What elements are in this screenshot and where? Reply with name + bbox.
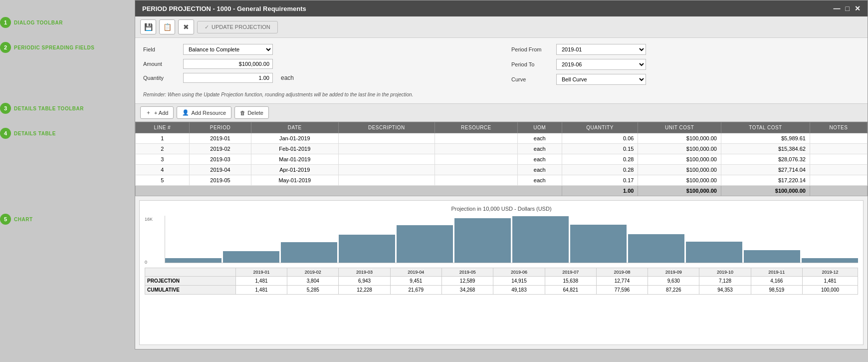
- periodic-grid: Field Balance to Complete Amount Quantit…: [143, 44, 860, 89]
- cell-quantity: 0.28: [562, 154, 638, 165]
- details-table-wrapper: LINE # PERIOD DATE DESCRIPTION RESOURCE …: [135, 122, 868, 196]
- add-resource-label: Add Resource: [191, 110, 226, 116]
- chart-cumulative-cell: 100,000: [802, 286, 858, 295]
- quantity-label: Quantity: [143, 75, 178, 81]
- chart-section: Projection in 10,000 USD - Dollars (USD)…: [139, 200, 864, 345]
- curve-select[interactable]: Bell Curve: [557, 74, 646, 84]
- chart-bar[interactable]: [686, 242, 742, 263]
- left-fields: Field Balance to Complete Amount Quantit…: [143, 44, 491, 89]
- cell-uom: each: [517, 175, 562, 186]
- annotation-label-3: DETAILS TABLE TOOLBAR: [14, 106, 84, 111]
- save-button[interactable]: 💾: [140, 19, 156, 34]
- period-to-select[interactable]: 2019-06: [557, 59, 646, 69]
- delete-icon: 🗑: [240, 110, 245, 116]
- chart-bar[interactable]: [223, 251, 279, 263]
- quantity-unit: each: [281, 74, 294, 81]
- y-axis-max-label: 16K: [145, 217, 163, 222]
- right-fields: Period From 2019-01 Period To 2019-06: [511, 44, 860, 89]
- chart-projection-cell: 15,638: [545, 277, 596, 286]
- period-from-select-wrapper[interactable]: 2019-01: [556, 44, 646, 55]
- close-button[interactable]: ✕: [855, 4, 861, 12]
- cell-unit-cost: $100,000.00: [638, 144, 721, 154]
- period-from-select[interactable]: 2019-01: [557, 44, 646, 54]
- field-select[interactable]: Balance to Complete: [184, 44, 272, 54]
- annotation-1: 1 DIALOG TOOLBAR: [0, 17, 135, 28]
- col-header-total-cost: TOTAL COST: [721, 122, 810, 133]
- total-notes: [810, 186, 867, 196]
- chart-projection-cell: 1,481: [235, 277, 287, 286]
- chart-projection-cell: 6,943: [339, 277, 390, 286]
- curve-select-wrapper[interactable]: Bell Curve: [556, 74, 646, 85]
- cell-quantity: 0.17: [562, 175, 638, 186]
- cell-date: Mar-01-2019: [251, 154, 338, 165]
- cell-period: 2019-03: [189, 154, 251, 165]
- chart-bar[interactable]: [454, 218, 511, 263]
- chart-col-period: 2019-08: [596, 268, 648, 277]
- cell-description: [338, 175, 435, 186]
- chart-bar[interactable]: [165, 258, 221, 263]
- update-projection-label: UPDATE PROJECTION: [212, 24, 270, 30]
- chart-bar[interactable]: [397, 225, 453, 263]
- annotation-4: 4 DETAILS TABLE: [0, 128, 135, 139]
- cell-unit-cost: $100,000.00: [638, 165, 721, 175]
- chart-bar[interactable]: [339, 235, 395, 263]
- cancel-button[interactable]: ✖: [178, 19, 194, 34]
- cell-line: 5: [136, 175, 190, 186]
- dialog-toolbar: 💾 📋 ✖ ✓ UPDATE PROJECTION: [135, 16, 868, 38]
- table-row: 5 2019-05 May-01-2019 each 0.17 $100,000…: [136, 175, 868, 186]
- delete-button[interactable]: 🗑 Delete: [234, 106, 269, 119]
- chart-bars: [165, 216, 858, 263]
- chart-bar[interactable]: [802, 258, 858, 263]
- chart-cumulative-cell: 5,285: [287, 286, 339, 295]
- chart-bar[interactable]: [512, 216, 569, 263]
- chart-projection-cell: 9,451: [390, 277, 441, 286]
- cell-total-cost: $17,220.14: [721, 175, 810, 186]
- minimize-button[interactable]: —: [834, 4, 841, 12]
- chart-bar[interactable]: [628, 234, 684, 263]
- restore-button[interactable]: □: [846, 4, 850, 12]
- annotation-label-1: DIALOG TOOLBAR: [14, 20, 63, 25]
- amount-row: Amount: [143, 59, 491, 69]
- col-header-description: DESCRIPTION: [338, 122, 435, 133]
- col-header-notes: NOTES: [810, 122, 867, 133]
- period-to-select-wrapper[interactable]: 2019-06: [556, 59, 646, 70]
- totals-row: 1.00 $100,000.00 $100,000.00: [136, 186, 868, 196]
- total-quantity: 1.00: [562, 186, 638, 196]
- chart-projection-cell: 4,166: [751, 277, 802, 286]
- title-bar: PERIOD PROJECTION - 1000 - General Requi…: [135, 0, 868, 16]
- cell-resource: [435, 133, 518, 144]
- chart-projection-cell: 7,128: [699, 277, 751, 286]
- period-from-label: Period From: [511, 46, 551, 52]
- annotation-3: 3 DETAILS TABLE TOOLBAR: [0, 103, 135, 114]
- chart-col-period: 2019-04: [390, 268, 441, 277]
- curve-row: Curve Bell Curve: [511, 74, 860, 85]
- chart-bar[interactable]: [281, 242, 337, 263]
- cell-description: [338, 133, 435, 144]
- col-header-date: DATE: [251, 122, 338, 133]
- quantity-input[interactable]: [183, 73, 273, 83]
- update-projection-button[interactable]: ✓ UPDATE PROJECTION: [197, 21, 278, 33]
- cell-description: [338, 165, 435, 175]
- curve-label: Curve: [511, 76, 551, 82]
- chart-bar[interactable]: [570, 225, 627, 263]
- table-row: 4 2019-04 Apr-01-2019 each 0.28 $100,000…: [136, 165, 868, 175]
- chart-col-period: 2019-05: [442, 268, 493, 277]
- export-button[interactable]: 📋: [159, 19, 175, 34]
- field-select-wrapper[interactable]: Balance to Complete: [183, 44, 273, 55]
- cell-description: [338, 144, 435, 154]
- add-resource-button[interactable]: 👤 Add Resource: [177, 106, 231, 119]
- cell-period: 2019-05: [189, 175, 251, 186]
- cell-uom: each: [517, 133, 562, 144]
- reminder-text: Reminder: When using the Update Projecti…: [143, 92, 860, 97]
- table-body: 1 2019-01 Jan-01-2019 each 0.06 $100,000…: [136, 133, 868, 186]
- chart-cumulative-cell: 12,228: [339, 286, 390, 295]
- chart-cumulative-row: CUMULATIVE1,4815,28512,22821,67934,26849…: [145, 286, 858, 295]
- annotation-circle-1: 1: [0, 17, 11, 28]
- add-button[interactable]: ＋ + Add: [140, 106, 174, 119]
- cell-date: Apr-01-2019: [251, 165, 338, 175]
- chart-projection-cell: 3,804: [287, 277, 339, 286]
- chart-projection-row: PROJECTION1,4813,8046,9439,45112,58914,9…: [145, 277, 858, 286]
- chart-bar[interactable]: [744, 250, 800, 263]
- col-header-resource: RESOURCE: [435, 122, 518, 133]
- amount-input[interactable]: [183, 59, 273, 69]
